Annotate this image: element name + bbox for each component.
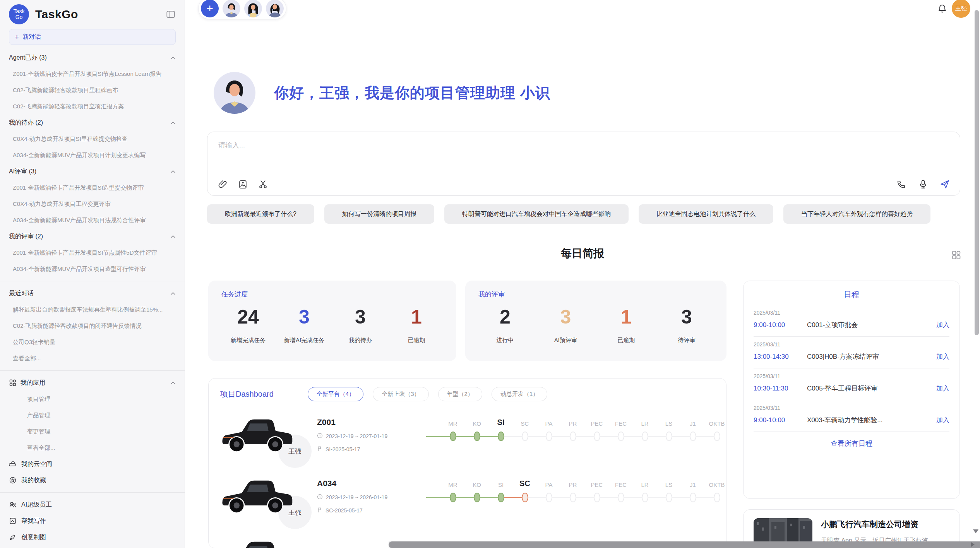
sidebar-collapse-icon[interactable] <box>166 9 176 19</box>
join-button[interactable]: 加入 <box>936 384 949 393</box>
join-button[interactable]: 加入 <box>936 416 949 425</box>
horizontal-scrollbar-track[interactable] <box>389 541 980 548</box>
app-item[interactable]: 查看全部... <box>0 440 185 456</box>
sidebar-item[interactable]: C02-飞腾新能源轻客改款项目里程碑画布 <box>0 82 185 98</box>
send-icon[interactable] <box>940 179 950 189</box>
join-button[interactable]: 加入 <box>936 352 949 361</box>
milestone-label: PA <box>545 417 553 427</box>
add-workspace-button[interactable]: + <box>201 0 219 17</box>
milestone-dot <box>642 432 648 441</box>
app-item[interactable]: 产品管理 <box>0 407 185 423</box>
milestone-label: LS <box>665 417 672 427</box>
sidebar-item[interactable]: Z001-全新燃油轻卡产品开发项目SI造型提交物评审 <box>0 180 185 196</box>
new-chat-button[interactable]: + 新对话 <box>9 29 176 45</box>
sidebar-section-recent[interactable]: 最近对话 <box>0 285 185 301</box>
milestone-label: J1 <box>690 417 696 427</box>
sidebar-item[interactable]: A034-全新新能源MUV产品开发项目造型可行性评审 <box>0 261 185 277</box>
milestone-label: PEC <box>591 417 603 427</box>
project-row[interactable]: 王强Z0012023-12-19 ~ 2027-01-19SI-2025-05-… <box>220 413 714 474</box>
app-item[interactable]: 项目管理 <box>0 391 185 407</box>
scissors-icon[interactable] <box>258 179 268 189</box>
sidebar-link-star[interactable]: 我的收藏 <box>0 472 185 488</box>
suggestion-chip[interactable]: 特朗普可能对进口汽车增税会对中国车企造成哪些影响 <box>444 204 629 224</box>
dashboard-tabs: 全新平台（4）全新上装（3）年型（2）动总开发（1） <box>308 387 547 401</box>
sidebar-item[interactable]: Z001-全新燃油皮卡产品开发项目SI节点Lesson Learn报告 <box>0 66 185 82</box>
schedule-event: 2025/03/1110:30-11:30C005-整车工程目标评审加入 <box>754 368 949 400</box>
sidebar-tool[interactable]: 创意制图 <box>0 529 185 545</box>
phone-call-icon[interactable] <box>896 179 906 189</box>
sidebar-section-header[interactable]: 我的评审 (2) <box>0 228 185 245</box>
sidebar-tool[interactable]: AI超级员工 <box>0 497 185 513</box>
milestone-dot <box>642 493 648 502</box>
recent-chat-item[interactable]: 解释最新出台的欧盟报废车法规再生塑料比例被调至15%... <box>0 301 185 318</box>
dashboard-tab[interactable]: 全新平台（4） <box>308 387 363 401</box>
app-item[interactable]: 变更管理 <box>0 423 185 440</box>
layout-grid-icon[interactable] <box>951 250 961 260</box>
attachment-icon[interactable] <box>218 179 228 189</box>
sidebar-section-header[interactable]: AI评审 (3) <box>0 163 185 180</box>
event-title: C005-整车工程目标评审 <box>807 384 936 393</box>
recent-chat-item[interactable]: C02-飞腾新能源轻客改款项目的闭环通告反馈情况 <box>0 318 185 334</box>
project-vehicle: 王强 <box>220 413 317 456</box>
apps-grid-icon <box>9 379 17 387</box>
stat-item: 3我的待办 <box>339 306 382 344</box>
sidebar-my-apps[interactable]: 我的应用 <box>0 375 185 391</box>
suggestion-chip[interactable]: 当下年轻人对汽车外观有怎样的喜好趋势 <box>783 204 930 224</box>
suggestion-chip[interactable]: 欧洲新规最近颁布了什么? <box>207 204 314 224</box>
image-icon[interactable] <box>238 179 248 189</box>
avatar-member-2[interactable] <box>244 0 262 17</box>
milestone-si: SI <box>489 478 513 502</box>
user-avatar[interactable]: 王强 <box>952 0 970 18</box>
dashboard-tab[interactable]: 动总开发（1） <box>492 387 547 401</box>
sidebar-link-cloud[interactable]: 我的云空间 <box>0 456 185 472</box>
suggestion-chip[interactable]: 比亚迪全固态电池计划具体说了什么 <box>639 204 773 224</box>
notifications-bell-icon[interactable] <box>937 3 947 14</box>
dashboard-tab[interactable]: 全新上装（3） <box>373 387 428 401</box>
sidebar-item[interactable]: Z001-全新燃油轻卡产品开发项目SI节点属性5D文件评审 <box>0 245 185 261</box>
section-title: AI评审 (3) <box>9 168 36 176</box>
milestone-pec: PEC <box>585 478 609 502</box>
join-button[interactable]: 加入 <box>936 320 949 329</box>
project-dashboard-card: 项目Dashboard 全新平台（4）全新上装（3）年型（2）动总开发（1） 王… <box>208 378 726 548</box>
sidebar-item[interactable]: A034-全新新能源MUV产品开发项目法规符合性评审 <box>0 212 185 228</box>
stat-value: 2 <box>500 306 511 328</box>
milestone-line <box>645 497 669 498</box>
milestone-line <box>549 497 573 498</box>
stat-value: 3 <box>355 306 366 328</box>
my-review-card: 我的评审 2进行中3AI预评审1已逾期3待评审 <box>465 281 726 361</box>
dashboard-tab[interactable]: 年型（2） <box>438 387 482 401</box>
scroll-down-arrow-icon[interactable] <box>973 529 978 536</box>
suggestion-chip[interactable]: 如何写一份清晰的项目周报 <box>324 204 434 224</box>
view-all-schedule-link[interactable]: 查看所有日程 <box>754 439 949 448</box>
sidebar-item[interactable]: C0X4-动力总成开发项目工程变更评审 <box>0 196 185 212</box>
recent-chat-item[interactable]: 公司Q3轻卡销量 <box>0 334 185 350</box>
chat-input[interactable] <box>218 140 949 166</box>
milestone-sc: SC <box>513 478 537 502</box>
milestone-pec: PEC <box>585 417 609 441</box>
sidebar-item[interactable]: C02-飞腾新能源轻客改款项目立项汇报方案 <box>0 98 185 115</box>
stat-label: 已逾期 <box>617 337 635 344</box>
milestone-dot <box>618 432 624 441</box>
sidebar-section-header[interactable]: 我的待办 (2) <box>0 115 185 131</box>
chevron-up-icon <box>170 121 176 125</box>
sidebar-tool[interactable]: 帮我写作 <box>0 513 185 529</box>
avatar-member-1[interactable] <box>223 0 240 17</box>
milestone-label: OKTB <box>709 417 725 427</box>
plus-icon: + <box>15 33 19 41</box>
recent-chat-item[interactable]: 查看全部... <box>0 350 185 366</box>
milestone-dot <box>666 432 672 441</box>
sidebar-section-header[interactable]: Agent已办 (3) <box>0 50 185 66</box>
project-row[interactable]: 王强A0342023-12-19 ~ 2026-01-19SC-2025-05-… <box>220 474 714 535</box>
star-icon <box>9 476 17 484</box>
clock-icon <box>317 494 323 501</box>
horizontal-scrollbar-thumb[interactable] <box>389 541 980 548</box>
sidebar-item[interactable]: C0X4-动力总成开发项目SI里程碑提交物检查 <box>0 131 185 147</box>
microphone-icon[interactable] <box>918 179 928 189</box>
project-dates: 2023-12-19 ~ 2026-01-19 <box>317 493 425 501</box>
milestone-line <box>693 436 717 437</box>
avatar-member-3[interactable] <box>266 0 284 17</box>
sidebar-item[interactable]: A034-全新新能源MUV产品开发项目计划变更表编写 <box>0 147 185 163</box>
vertical-scrollbar-thumb[interactable] <box>975 10 979 335</box>
section-title: 我的待办 (2) <box>9 119 43 127</box>
scroll-right-arrow-icon[interactable] <box>971 542 977 547</box>
